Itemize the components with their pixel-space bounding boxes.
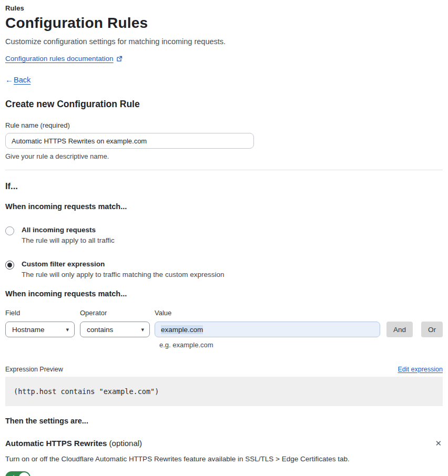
builder-heading: When incoming requests match... <box>5 289 443 298</box>
close-icon[interactable]: ✕ <box>434 438 443 448</box>
automatic-https-rewrites-toggle[interactable]: ✓ <box>5 471 30 476</box>
expression-preview-label: Expression Preview <box>5 366 63 373</box>
edit-expression-link[interactable]: Edit expression <box>398 366 443 373</box>
chevron-down-icon: ▾ <box>66 326 69 333</box>
check-icon: ✓ <box>10 473 15 476</box>
setting-title: Automatic HTTPS Rewrites (optional) <box>5 439 142 448</box>
if-heading: If... <box>5 181 443 191</box>
breadcrumb: Rules <box>5 4 443 12</box>
create-rule-heading: Create new Configuration Rule <box>5 99 443 110</box>
radio-option-description: The rule will apply to all traffic <box>22 236 115 244</box>
expression-preview-box: (http.host contains "example.com") <box>5 377 443 406</box>
page-subtitle: Customize configuration settings for mat… <box>5 37 443 46</box>
operator-select-value: contains <box>87 326 113 334</box>
expression-builder: Field Hostname ▾ Operator contains ▾ Val… <box>5 309 443 349</box>
setting-title-name: Automatic HTTPS Rewrites <box>5 439 107 448</box>
configuration-rules-page: Rules Configuration Rules Customize conf… <box>0 0 448 476</box>
setting-optional-label: (optional) <box>107 439 142 448</box>
radio-option-custom-filter[interactable]: Custom filter expression The rule will o… <box>5 260 443 278</box>
radio-checked-icon[interactable] <box>5 261 14 270</box>
documentation-link[interactable]: Configuration rules documentation <box>5 55 114 63</box>
page-title: Configuration Rules <box>5 15 443 32</box>
then-heading: Then the settings are... <box>5 417 443 425</box>
setting-description: Turn on or off the Cloudflare Automatic … <box>5 455 443 463</box>
doc-link-row: Configuration rules documentation <box>5 55 443 63</box>
operator-label: Operator <box>80 309 150 317</box>
rule-name-label: Rule name (required) <box>5 121 443 129</box>
operator-select[interactable]: contains ▾ <box>80 322 150 337</box>
value-input-text: example.com <box>161 325 203 334</box>
rule-name-input[interactable] <box>5 133 254 149</box>
radio-texts: Custom filter expression The rule will o… <box>22 260 224 278</box>
expression-preview-header: Expression Preview Edit expression <box>5 366 443 373</box>
rule-name-help: Give your rule a descriptive name. <box>5 152 443 160</box>
and-button[interactable]: And <box>386 322 413 337</box>
value-help: e.g. example.com <box>159 341 443 349</box>
value-input[interactable]: example.com <box>155 322 380 337</box>
back-row: ← Back <box>5 75 443 84</box>
expression-code: (http.host contains "example.com") <box>14 387 159 396</box>
field-select-value: Hostname <box>12 326 45 334</box>
radio-option-label: All incoming requests <box>22 226 115 234</box>
chevron-down-icon: ▾ <box>141 326 144 333</box>
match-heading: When incoming requests match... <box>5 202 443 211</box>
radio-option-label: Custom filter expression <box>22 260 224 268</box>
radio-texts: All incoming requests The rule will appl… <box>22 226 115 244</box>
or-button[interactable]: Or <box>421 322 443 337</box>
back-link[interactable]: Back <box>14 76 30 84</box>
radio-unchecked-icon[interactable] <box>5 226 14 235</box>
radio-dot <box>7 263 12 267</box>
radio-option-description: The rule will only apply to traffic matc… <box>22 271 224 278</box>
setting-header: Automatic HTTPS Rewrites (optional) ✕ <box>5 438 443 448</box>
field-label: Field <box>5 309 75 317</box>
back-arrow-icon: ← <box>5 75 13 84</box>
toggle-knob <box>19 472 29 476</box>
external-link-icon <box>116 56 123 62</box>
radio-option-all-incoming[interactable]: All incoming requests The rule will appl… <box>5 226 443 244</box>
section-divider <box>5 170 443 170</box>
value-label: Value <box>155 309 380 317</box>
field-select[interactable]: Hostname ▾ <box>5 322 75 337</box>
